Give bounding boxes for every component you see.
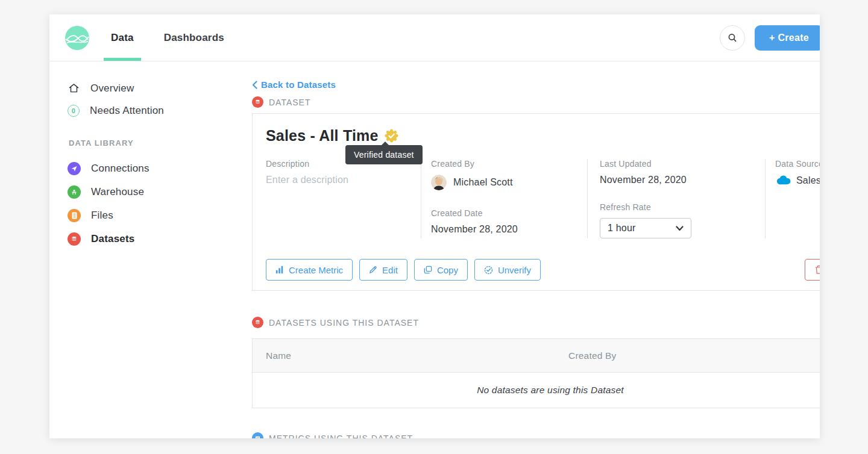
warehouse-icon xyxy=(68,185,81,199)
sidebar-item-datasets[interactable]: Datasets xyxy=(68,232,252,246)
sidebar-item-label: Files xyxy=(91,210,113,222)
trash-icon xyxy=(814,265,820,275)
connections-icon xyxy=(68,162,81,175)
chevron-left-icon xyxy=(252,81,257,89)
sidebar-item-label: Overview xyxy=(90,82,134,95)
sidebar-item-label: Connections xyxy=(91,163,149,175)
table-header-row: Name Created By xyxy=(253,339,820,373)
metrics-using-section-header: METRICS USING THIS DATASET xyxy=(252,432,820,438)
sidebar-item-overview[interactable]: Overview xyxy=(68,82,252,95)
back-link-label: Back to Datasets xyxy=(261,79,336,90)
data-source-name: Salesforce xyxy=(796,175,820,186)
datasets-section-icon xyxy=(252,317,263,328)
dataset-actions: Create Metric Edit Copy xyxy=(266,259,820,290)
chevron-down-icon xyxy=(676,226,684,231)
copy-icon xyxy=(424,266,432,274)
create-metric-button[interactable]: Create Metric xyxy=(266,259,353,281)
search-icon xyxy=(727,33,738,43)
dataset-fields: Description Enter a description Created … xyxy=(253,145,820,238)
main-content: Back to Datasets DATASET Sales - All Tim… xyxy=(252,61,820,438)
creator-name: Michael Scott xyxy=(453,177,513,188)
app-window: Data Dashboards + Create Overview xyxy=(49,14,820,438)
last-updated-label: Last Updated xyxy=(600,159,765,169)
active-tab-underline xyxy=(104,58,141,61)
refresh-rate-value: 1 hour xyxy=(608,223,636,234)
datasets-using-heading: DATASETS USING THIS DATASET xyxy=(269,318,419,328)
sidebar: Overview 0 Needs Attention DATA LIBRARY … xyxy=(49,61,252,438)
create-button[interactable]: + Create xyxy=(755,25,820,51)
data-source-label: Data Source xyxy=(775,159,820,169)
sidebar-item-needs-attention[interactable]: 0 Needs Attention xyxy=(68,105,252,117)
sidebar-item-label: Datasets xyxy=(91,233,134,245)
tab-data-label: Data xyxy=(111,32,134,44)
data-library-heading: DATA LIBRARY xyxy=(69,138,252,148)
metrics-section-icon xyxy=(252,432,263,438)
tab-dashboards-label: Dashboards xyxy=(164,32,224,44)
verified-tooltip: Verified dataset xyxy=(345,145,423,164)
edit-label: Edit xyxy=(382,265,398,275)
top-navbar: Data Dashboards + Create xyxy=(49,14,820,61)
dataset-type-icon xyxy=(252,96,263,108)
sidebar-item-label: Warehouse xyxy=(91,186,144,198)
datasets-using-table: Name Created By No datasets are using th… xyxy=(252,338,820,408)
datasets-using-section-header: DATASETS USING THIS DATASET xyxy=(252,317,820,328)
back-to-datasets-link[interactable]: Back to Datasets xyxy=(252,79,820,90)
sidebar-item-files[interactable]: Files xyxy=(68,209,252,222)
refresh-rate-label: Refresh Rate xyxy=(600,202,765,212)
page-body: Overview 0 Needs Attention DATA LIBRARY … xyxy=(49,61,820,438)
edit-button[interactable]: Edit xyxy=(359,259,407,281)
last-updated-value: November 28, 2020 xyxy=(600,175,765,185)
column-header-name: Name xyxy=(253,350,568,361)
sidebar-item-label: Needs Attention xyxy=(90,105,164,117)
created-date-value: November 28, 2020 xyxy=(431,224,587,235)
datasets-icon xyxy=(68,232,81,246)
unverify-label: Unverify xyxy=(498,265,531,275)
tab-dashboards[interactable]: Dashboards xyxy=(162,14,227,61)
column-header-created-by: Created By xyxy=(568,350,617,361)
tab-data[interactable]: Data xyxy=(108,14,136,61)
dataset-type-row: DATASET xyxy=(252,96,820,108)
salesforce-icon xyxy=(775,175,791,186)
verify-seal-icon xyxy=(484,266,493,275)
create-metric-label: Create Metric xyxy=(289,265,343,275)
metrics-using-heading: METRICS USING THIS DATASET xyxy=(269,434,413,439)
created-date-label: Created Date xyxy=(431,208,587,218)
dataset-type-label: DATASET xyxy=(269,98,311,107)
unverify-button[interactable]: Unverify xyxy=(474,259,541,281)
dataset-title: Sales - All Time xyxy=(266,127,379,145)
search-button[interactable] xyxy=(720,25,745,51)
app-logo-icon[interactable] xyxy=(65,26,89,50)
description-input[interactable]: Enter a description xyxy=(266,175,421,185)
delete-button[interactable] xyxy=(805,259,820,281)
attention-count-badge: 0 xyxy=(68,105,80,117)
bar-chart-icon xyxy=(275,266,284,274)
creator-avatar xyxy=(431,175,447,190)
dataset-card: Sales - All Time Verified dataset xyxy=(252,113,820,291)
home-icon xyxy=(68,82,80,95)
copy-button[interactable]: Copy xyxy=(414,259,468,281)
empty-state-message: No datasets are using this Dataset xyxy=(253,373,820,408)
created-by-label: Created By xyxy=(431,159,587,169)
files-icon xyxy=(68,209,81,222)
nav-tabs: Data Dashboards xyxy=(108,14,252,61)
refresh-rate-select[interactable]: 1 hour xyxy=(600,218,691,238)
pencil-icon xyxy=(369,266,377,274)
sidebar-item-warehouse[interactable]: Warehouse xyxy=(68,185,252,199)
sidebar-item-connections[interactable]: Connections xyxy=(68,162,252,175)
copy-label: Copy xyxy=(437,265,458,275)
verified-badge-icon[interactable] xyxy=(385,129,398,143)
